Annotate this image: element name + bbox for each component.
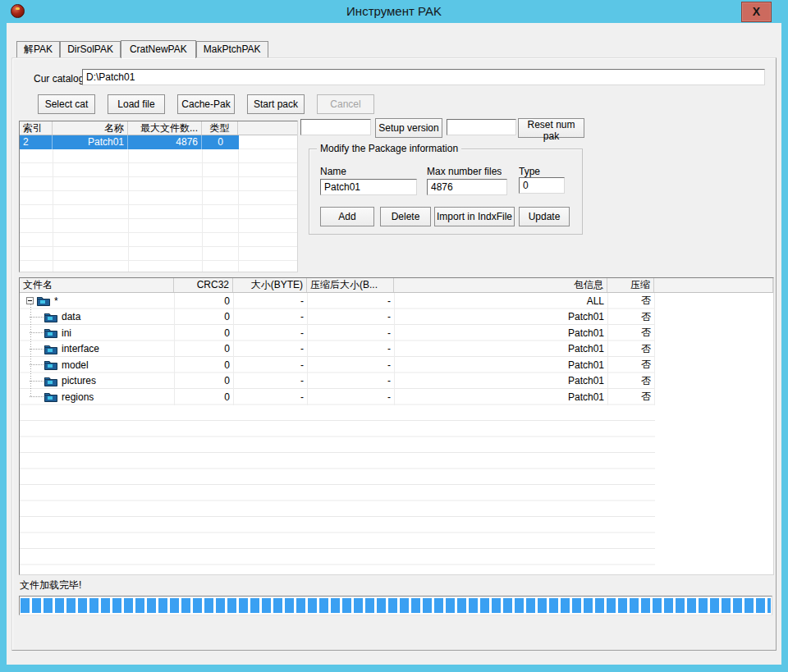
table-row[interactable]: regions 0 - - Patch01 否 — [20, 389, 773, 405]
table-row[interactable]: * 0 - - ALL 否 — [20, 293, 773, 309]
tab-page-cratnewpak: Cur catalog Select cat Load file Cache-P… — [11, 57, 777, 651]
package-list-body[interactable]: 2 Patch01 4876 0 — [20, 135, 297, 272]
package-info-value: Patch01 — [394, 311, 607, 322]
size-value: - — [233, 359, 307, 371]
tab-makptchpak[interactable]: MakPtchPAK — [196, 41, 268, 57]
modify-package-groupbox: Modify the Package information Name Max … — [309, 149, 583, 235]
package-list[interactable]: 索引 名称 最大文件数... 类型 2 Patch01 4876 0 — [19, 121, 298, 272]
dialog-body: 解PAK DirSolPAK CratNewPAK MakPtchPAK Cur… — [7, 23, 781, 665]
compressed-value: 否 — [607, 358, 654, 372]
column-header-size[interactable]: 大小(BYTE) — [233, 278, 307, 292]
title-bar[interactable]: Инструмент PAK X — [0, 0, 788, 23]
package-info-value: Patch01 — [394, 391, 607, 403]
folder-icon — [44, 327, 57, 338]
crc32-value: 0 — [174, 359, 233, 371]
compressed-value: 否 — [607, 374, 654, 388]
crc32-value: 0 — [174, 311, 233, 322]
column-header-packed-size[interactable]: 压缩后大小(B... — [307, 278, 394, 292]
tree-guide-line — [30, 304, 31, 397]
num-pak-input[interactable] — [447, 119, 516, 135]
package-list-header: 索引 名称 最大文件数... 类型 — [20, 121, 297, 135]
app-window: Инструмент PAK X 解PAK DirSolPAK CratNewP… — [0, 0, 788, 672]
packed-size-value: - — [307, 375, 394, 386]
packed-size-value: - — [307, 327, 394, 339]
package-info-value: Patch01 — [394, 327, 607, 339]
folder-icon — [37, 295, 50, 306]
folder-icon — [44, 391, 57, 402]
tree-branch-line — [30, 349, 44, 350]
max-files-label: Max number files — [427, 166, 502, 177]
delete-button[interactable]: Delete — [380, 207, 431, 226]
crc32-value: 0 — [174, 375, 233, 386]
tab-cratnewpak[interactable]: CratNewPAK — [121, 40, 196, 58]
reset-num-pak-button[interactable]: Reset num pak — [518, 118, 584, 138]
progress-fill — [21, 598, 771, 613]
cancel-button: Cancel — [317, 94, 374, 114]
version-input[interactable] — [300, 119, 371, 135]
package-info-value: ALL — [394, 295, 607, 307]
crc32-value: 0 — [174, 343, 233, 354]
status-text: 文件加载完毕! — [20, 578, 81, 592]
type-input[interactable] — [519, 177, 565, 194]
tree-branch-line — [30, 364, 44, 365]
column-header-index[interactable]: 索引 — [20, 121, 53, 135]
column-header-filename[interactable]: 文件名 — [20, 278, 174, 292]
tab-strip: 解PAK DirSolPAK CratNewPAK MakPtchPAK — [16, 39, 268, 57]
max-files-input[interactable] — [427, 179, 507, 195]
column-header-compressed[interactable]: 压缩 — [607, 278, 654, 292]
package-info-value: Patch01 — [394, 343, 607, 354]
crc32-value: 0 — [174, 327, 233, 339]
package-index: 2 — [20, 135, 53, 149]
table-row[interactable]: pictures 0 - - Patch01 否 — [20, 373, 773, 390]
column-header-name[interactable]: 名称 — [53, 121, 128, 135]
crc32-value: 0 — [174, 295, 233, 307]
cur-catalog-input[interactable] — [82, 69, 765, 85]
package-name: Patch01 — [53, 135, 128, 149]
column-header-type[interactable]: 类型 — [202, 121, 238, 135]
tree-branch-line — [30, 317, 44, 318]
files-table[interactable]: 文件名 CRC32 大小(BYTE) 压缩后大小(B... 包信息 压缩 — [19, 277, 774, 575]
column-header-package-info[interactable]: 包信息 — [394, 278, 607, 292]
setup-version-button[interactable]: Setup version — [375, 118, 442, 138]
name-label: Name — [320, 166, 356, 177]
table-row[interactable]: ini 0 - - Patch01 否 — [20, 325, 773, 341]
column-header-crc32[interactable]: CRC32 — [174, 278, 233, 292]
table-row[interactable]: model 0 - - Patch01 否 — [20, 357, 773, 373]
column-header-max-files[interactable]: 最大文件数... — [128, 121, 202, 135]
column-header-filler — [654, 278, 773, 292]
name-input[interactable] — [320, 179, 417, 195]
files-table-header: 文件名 CRC32 大小(BYTE) 压缩后大小(B... 包信息 压缩 — [20, 278, 773, 293]
add-button[interactable]: Add — [320, 207, 374, 226]
packed-size-value: - — [307, 391, 394, 403]
tab-jiepak[interactable]: 解PAK — [16, 41, 60, 57]
select-cat-button[interactable]: Select cat — [38, 94, 95, 114]
table-row[interactable]: interface 0 - - Patch01 否 — [20, 341, 773, 358]
tree-branch-line — [30, 381, 44, 382]
folder-name: regions — [62, 391, 94, 403]
start-pack-button[interactable]: Start pack — [247, 94, 305, 114]
folder-icon — [44, 359, 57, 370]
package-row-selected[interactable]: 2 Patch01 4876 0 — [20, 135, 239, 149]
cache-pak-button[interactable]: Cache-Pak — [177, 94, 235, 114]
window-title: Инструмент PAK — [0, 0, 788, 23]
packed-size-value: - — [307, 359, 394, 371]
folder-name: * — [54, 295, 58, 307]
package-max-files: 4876 — [128, 135, 202, 149]
import-indxfile-button[interactable]: Import in IndxFile — [434, 207, 515, 226]
compressed-value: 否 — [607, 294, 654, 308]
tree-branch-line — [30, 396, 44, 397]
groupbox-title: Modify the Package information — [317, 143, 461, 154]
table-row[interactable]: data 0 - - Patch01 否 — [20, 309, 773, 326]
tab-dirsolpak[interactable]: DirSolPAK — [60, 41, 121, 57]
load-file-button[interactable]: Load file — [108, 94, 165, 114]
folder-name: ini — [62, 327, 71, 339]
packed-size-value: - — [307, 295, 394, 307]
files-table-body[interactable]: * 0 - - ALL 否 data — [20, 293, 773, 574]
update-button[interactable]: Update — [519, 207, 570, 226]
collapse-icon[interactable] — [26, 297, 34, 304]
folder-name: interface — [62, 343, 99, 354]
size-value: - — [233, 391, 307, 403]
column-header-filler — [238, 121, 297, 135]
close-button[interactable]: X — [741, 2, 772, 22]
compressed-value: 否 — [607, 390, 654, 404]
